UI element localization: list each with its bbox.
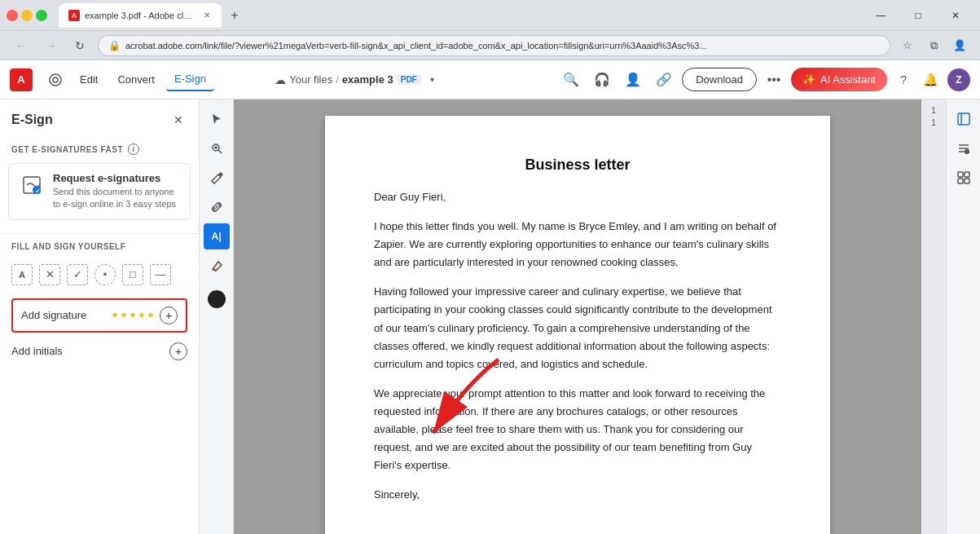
fill-sign-section: FILL AND SIGN YOURSELF A ✕ ✓ • □ — Add s… (0, 239, 199, 370)
line-tool[interactable]: — (150, 264, 171, 285)
sidebar-close-btn[interactable]: ✕ (169, 111, 187, 129)
add-initials-label: Add initials (11, 345, 169, 357)
left-sidebar: E-Sign ✕ GET E-SIGNATURES FAST i ✓ Reque… (0, 99, 200, 534)
fill-sign-label: FILL AND SIGN YOURSELF (11, 242, 187, 251)
main-layout: E-Sign ✕ GET E-SIGNATURES FAST i ✓ Reque… (0, 99, 980, 534)
sidebar-title: E-Sign (11, 113, 53, 127)
page-sidebar: 1 1 (921, 99, 946, 534)
star-2: ★ (120, 310, 128, 320)
color-picker[interactable] (208, 290, 226, 308)
pdf-title: Business letter (374, 157, 781, 174)
star-1: ★ (111, 310, 119, 320)
more-options-btn[interactable]: ••• (762, 68, 786, 92)
ai-label: AI Assistant (820, 73, 876, 86)
add-initials-row[interactable]: Add initials + (11, 336, 187, 367)
add-signature-row[interactable]: Add signature ★ ★ ★ ★ ★ + (11, 298, 187, 333)
add-initials-btn[interactable]: + (169, 342, 187, 360)
edit-menu[interactable]: Edit (72, 68, 106, 90)
cloud-icon: ☁ (275, 73, 286, 86)
text-fill-icon: A| (211, 231, 221, 242)
ai-assistant-btn[interactable]: ✨ AI Assistant (791, 68, 887, 91)
convert-menu[interactable]: Convert (109, 68, 163, 90)
help-btn[interactable]: ? (892, 68, 915, 91)
file-name: example 3 (342, 73, 393, 86)
forward-btn[interactable]: → (39, 34, 62, 57)
toolbar-home-btn[interactable] (42, 67, 68, 93)
toolbar-center: ☁ Your files / example 3 PDF ▾ (275, 72, 441, 88)
app-toolbar: A Edit Convert E-Sign ☁ Your files / exa… (0, 60, 980, 99)
refresh-btn[interactable]: ↻ (68, 34, 91, 57)
extensions-icon[interactable]: ⧉ (923, 35, 944, 56)
svg-point-1 (53, 77, 58, 82)
add-signature-label: Add signature (21, 309, 106, 321)
get-signatures-label: GET E-SIGNATURES FAST i (0, 137, 199, 160)
notification-btn[interactable]: 🔔 (920, 68, 943, 91)
request-desc: Send this document to anyone to e-sign o… (53, 186, 180, 211)
headphone-icon-btn[interactable]: 🎧 (589, 67, 615, 93)
win-maximize-btn[interactable]: □ (900, 3, 936, 28)
back-btn[interactable]: ← (10, 34, 33, 57)
browser-max-btn[interactable] (36, 10, 47, 21)
sidebar-header: E-Sign ✕ (0, 99, 199, 137)
browser-min-btn[interactable] (21, 10, 33, 21)
add-signature-btn[interactable]: + (160, 307, 178, 324)
url-bar[interactable]: 🔒 acrobat.adobe.com/link/file/?viewer%21… (98, 35, 890, 56)
right-panel-btn-2[interactable] (951, 135, 977, 161)
check-tool[interactable]: ✓ (67, 264, 88, 285)
tab-close-btn[interactable]: ✕ (202, 10, 212, 21)
breadcrumb-sep: / (336, 73, 339, 86)
page-num-1: 1 (931, 106, 936, 115)
download-button[interactable]: Download (682, 68, 757, 91)
zoom-tool[interactable] (204, 135, 230, 161)
right-panel-btn-1[interactable] (951, 106, 977, 132)
pencil-tool[interactable] (204, 165, 230, 191)
pdf-para-1: I hope this letter finds you well. My na… (374, 218, 781, 271)
cursor-tool[interactable] (204, 106, 230, 132)
link-icon-btn[interactable]: 🔗 (651, 67, 677, 93)
browser-window-controls (7, 10, 47, 21)
svg-rect-15 (958, 179, 963, 183)
info-icon: i (128, 143, 139, 155)
toolbar-right: 🔍 🎧 👤 🔗 Download ••• ✨ AI Assistant ? 🔔 … (558, 67, 970, 93)
esign-menu[interactable]: E-Sign (166, 68, 214, 91)
pdf-para-2: Having followed your impressive career a… (374, 283, 781, 373)
svg-rect-14 (965, 172, 969, 177)
pdf-area: Business letter Dear Guy Fieri, I hope t… (234, 99, 921, 534)
request-esignatures-card[interactable]: ✓ Request e-signatures Send this documen… (8, 163, 191, 220)
win-minimize-btn[interactable]: — (863, 3, 899, 28)
pdf-page: Business letter Dear Guy Fieri, I hope t… (325, 116, 830, 534)
rectangle-tool[interactable]: □ (122, 264, 143, 285)
divider-1 (0, 233, 199, 234)
request-icon: ✓ (19, 172, 45, 198)
svg-point-12 (965, 149, 969, 154)
star-4: ★ (138, 310, 146, 320)
win-close-btn[interactable]: ✕ (938, 3, 973, 28)
text-fill-tool[interactable]: A| (204, 223, 230, 249)
star-3: ★ (129, 310, 137, 320)
svg-point-0 (50, 74, 61, 86)
star-5: ★ (147, 310, 155, 320)
url-text: acrobat.adobe.com/link/file/?viewer%21me… (125, 41, 880, 51)
tab-title: example 3.pdf - Adobe cloud s... (85, 11, 197, 20)
file-type-badge: PDF (397, 74, 421, 85)
new-tab-btn[interactable]: + (225, 6, 244, 25)
browser-close-btn[interactable] (7, 10, 18, 21)
pdf-para-3: We appreciate your prompt attention to t… (374, 385, 781, 474)
active-tab[interactable]: A example 3.pdf - Adobe cloud s... ✕ (59, 3, 222, 28)
svg-rect-16 (965, 179, 969, 183)
right-panel-btn-3[interactable] (951, 165, 977, 191)
search-icon-btn[interactable]: 🔍 (558, 67, 584, 93)
bookmark-icon[interactable]: ☆ (897, 35, 918, 56)
cross-tool[interactable]: ✕ (39, 264, 60, 285)
account-icon-btn[interactable]: 👤 (620, 67, 646, 93)
profile-icon[interactable]: 👤 (949, 35, 970, 56)
svg-line-6 (218, 150, 222, 153)
highlight-tool[interactable] (204, 253, 230, 279)
svg-rect-10 (958, 113, 969, 125)
text-tool[interactable]: A (11, 264, 33, 285)
dropdown-btn[interactable]: ▾ (424, 72, 441, 88)
dot-tool[interactable]: • (94, 264, 116, 285)
user-avatar[interactable]: Z (947, 68, 970, 91)
pdf-salutation: Dear Guy Fieri, (374, 188, 781, 206)
link-tool[interactable] (204, 194, 230, 220)
